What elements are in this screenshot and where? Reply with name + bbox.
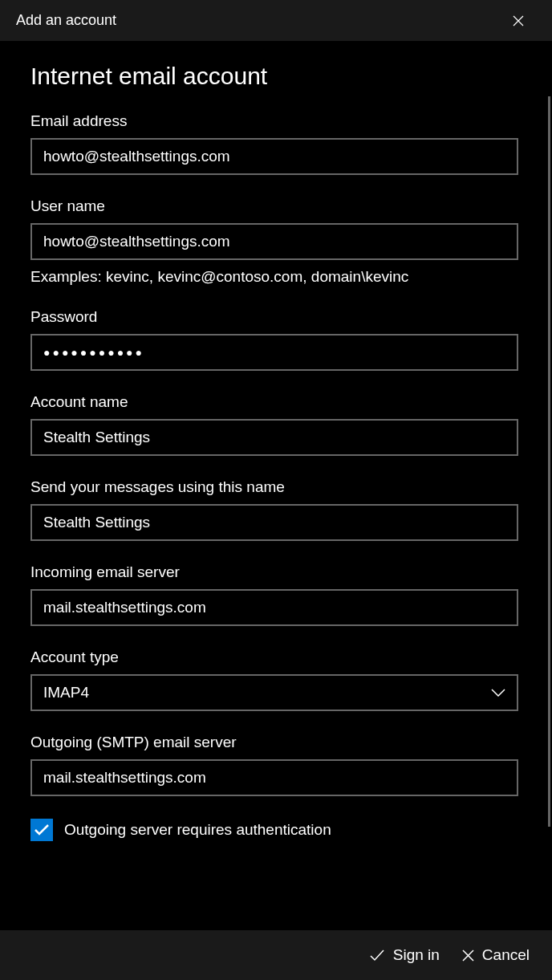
signin-label: Sign in	[393, 946, 440, 964]
page-heading: Internet email account	[30, 63, 522, 90]
account-name-input[interactable]	[30, 419, 518, 456]
password-label: Password	[30, 308, 522, 326]
field-password: Password ●●●●●●●●●●●	[30, 308, 522, 371]
send-name-input[interactable]	[30, 504, 518, 541]
outgoing-auth-label: Outgoing server requires authentication	[64, 821, 331, 839]
account-type-value: IMAP4	[43, 684, 89, 701]
field-incoming: Incoming email server	[30, 563, 522, 626]
chevron-down-icon	[491, 689, 505, 697]
content-area: Internet email account Email address Use…	[0, 42, 552, 930]
scrollbar[interactable]	[548, 96, 550, 827]
incoming-label: Incoming email server	[30, 563, 522, 581]
outgoing-input[interactable]	[30, 759, 518, 796]
outgoing-auth-checkbox[interactable]	[30, 819, 53, 841]
password-input[interactable]: ●●●●●●●●●●●	[30, 334, 518, 371]
field-account-type: Account type IMAP4	[30, 649, 522, 711]
field-account-name: Account name	[30, 393, 522, 456]
titlebar: Add an account	[0, 0, 552, 42]
outgoing-label: Outgoing (SMTP) email server	[30, 734, 522, 751]
username-help: Examples: kevinc, kevinc@contoso.com, do…	[30, 268, 522, 286]
cancel-button[interactable]: Cancel	[462, 946, 530, 964]
footer: Sign in Cancel	[0, 930, 552, 980]
checkmark-icon	[369, 949, 385, 962]
field-username: User name Examples: kevinc, kevinc@conto…	[30, 197, 522, 286]
email-label: Email address	[30, 112, 522, 130]
send-name-label: Send your messages using this name	[30, 478, 522, 496]
checkbox-outgoing-auth-row: Outgoing server requires authentication	[30, 819, 522, 841]
signin-button[interactable]: Sign in	[369, 946, 440, 964]
titlebar-title: Add an account	[16, 12, 116, 29]
incoming-input[interactable]	[30, 589, 518, 626]
close-icon	[462, 950, 474, 962]
close-icon	[513, 15, 524, 26]
username-label: User name	[30, 197, 522, 215]
close-button[interactable]	[501, 3, 536, 39]
cancel-label: Cancel	[482, 946, 530, 964]
email-input[interactable]	[30, 138, 518, 175]
field-outgoing: Outgoing (SMTP) email server	[30, 734, 522, 796]
field-email: Email address	[30, 112, 522, 175]
account-type-label: Account type	[30, 649, 522, 666]
account-type-select[interactable]: IMAP4	[30, 674, 518, 711]
checkmark-icon	[34, 823, 50, 836]
account-name-label: Account name	[30, 393, 522, 411]
username-input[interactable]	[30, 223, 518, 260]
field-send-name: Send your messages using this name	[30, 478, 522, 541]
